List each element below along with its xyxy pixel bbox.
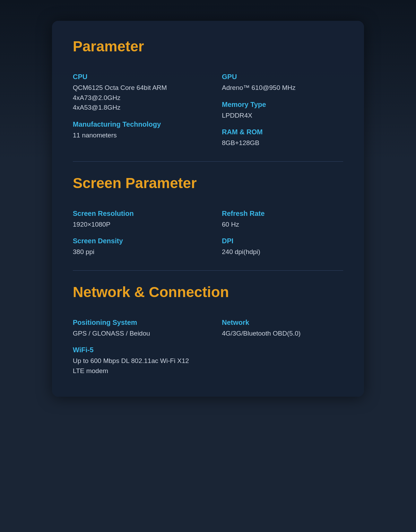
manufacturing-label: Manufacturing Technology — [73, 120, 194, 128]
network-value: 4G/3G/Bluetooth OBD(5.0) — [222, 329, 343, 339]
network-left-col: Positioning System GPS / GLONASS / Beido… — [73, 311, 201, 376]
network-label: Network — [222, 319, 343, 327]
gpu-value: Adreno™ 610@950 MHz — [222, 83, 343, 93]
density-label: Screen Density — [73, 237, 194, 245]
cpu-line-3: 4xA53@1.8GHz — [73, 104, 121, 111]
screen-grid: Screen Resolution 1920×1080P Screen Dens… — [73, 202, 343, 257]
resolution-value: 1920×1080P — [73, 220, 194, 230]
cpu-line-2: 4xA73@2.0GHz — [73, 94, 121, 101]
wifi-value: Up to 600 Mbps DL 802.11ac Wi-Fi X12 LTE… — [73, 356, 194, 376]
positioning-value: GPS / GLONASS / Beidou — [73, 329, 194, 339]
wifi-label: WiFi-5 — [73, 346, 194, 354]
dpi-value: 240 dpi(hdpi) — [222, 247, 343, 257]
ram-rom-value: 8GB+128GB — [222, 138, 343, 148]
specs-card: Parameter CPU QCM6125 Octa Core 64bit AR… — [52, 21, 364, 397]
network-right-col: Network 4G/3G/Bluetooth OBD(5.0) — [215, 311, 343, 376]
parameter-section-title: Parameter — [73, 38, 343, 55]
cpu-label: CPU — [73, 73, 194, 81]
parameter-grid: CPU QCM6125 Octa Core 64bit ARM 4xA73@2.… — [73, 65, 343, 148]
screen-left-col: Screen Resolution 1920×1080P Screen Dens… — [73, 202, 201, 257]
manufacturing-value: 11 nanometers — [73, 130, 194, 141]
divider-2 — [73, 270, 343, 271]
gpu-label: GPU — [222, 73, 343, 81]
dpi-label: DPI — [222, 237, 343, 245]
memory-type-value: LPDDR4X — [222, 111, 343, 121]
ram-rom-label: RAM & ROM — [222, 128, 343, 136]
density-value: 380 ppi — [73, 247, 194, 257]
divider-1 — [73, 161, 343, 162]
memory-type-label: Memory Type — [222, 101, 343, 109]
refresh-rate-label: Refresh Rate — [222, 210, 343, 218]
network-grid: Positioning System GPS / GLONASS / Beido… — [73, 311, 343, 376]
screen-right-col: Refresh Rate 60 Hz DPI 240 dpi(hdpi) — [215, 202, 343, 257]
parameter-left-col: CPU QCM6125 Octa Core 64bit ARM 4xA73@2.… — [73, 65, 201, 148]
cpu-value: QCM6125 Octa Core 64bit ARM 4xA73@2.0GHz… — [73, 83, 194, 113]
refresh-rate-value: 60 Hz — [222, 220, 343, 230]
screen-section-title: Screen Parameter — [73, 175, 343, 192]
network-section-title: Network & Connection — [73, 284, 343, 301]
cpu-line-1: QCM6125 Octa Core 64bit ARM — [73, 84, 167, 91]
positioning-label: Positioning System — [73, 319, 194, 327]
resolution-label: Screen Resolution — [73, 210, 194, 218]
parameter-right-col: GPU Adreno™ 610@950 MHz Memory Type LPDD… — [215, 65, 343, 148]
